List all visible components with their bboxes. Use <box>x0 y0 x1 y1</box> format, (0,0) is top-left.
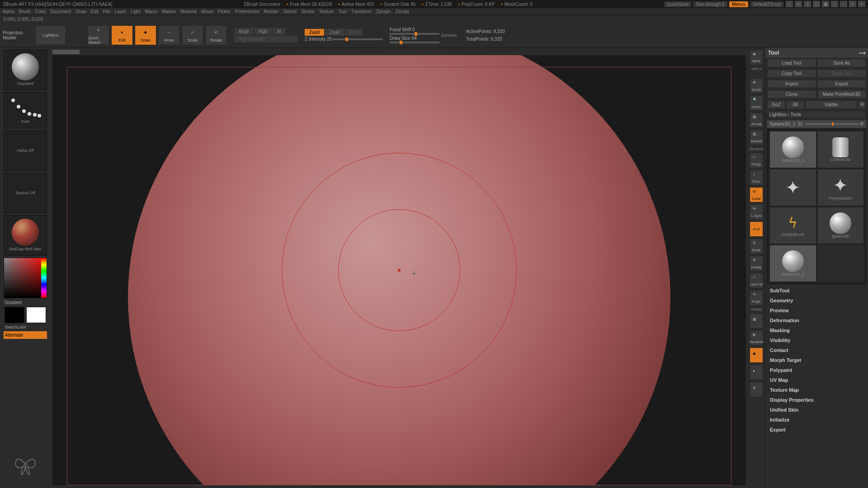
menu-movie[interactable]: Movie <box>201 9 213 14</box>
subpanel-visibility[interactable]: Visibility <box>767 336 866 345</box>
alpha-slot[interactable]: Alpha Off <box>4 130 47 171</box>
subpanel-deformation[interactable]: Deformation <box>767 316 866 325</box>
zcut-button[interactable]: Zcut <box>345 29 363 36</box>
brush-slot[interactable]: Standard <box>4 50 47 90</box>
tool-item-simplebrush[interactable]: ϟSimpleBrush <box>769 207 816 244</box>
defaultzscript-button[interactable]: DefaultZScript <box>750 1 784 7</box>
spix-label[interactable]: SPix 3 <box>751 67 761 71</box>
actual-button[interactable]: ▦Actual <box>750 113 763 128</box>
load-tool-button[interactable]: Load Tool <box>767 59 816 67</box>
menu-tool[interactable]: Tool <box>338 9 346 14</box>
scroll-button[interactable]: ✥Scroll <box>750 78 763 94</box>
floor-button[interactable]: ⊥Floor <box>750 170 763 185</box>
layout3-icon[interactable]: ▢ <box>813 1 820 7</box>
menu-zscript[interactable]: Zscript <box>395 9 409 14</box>
subpanel-displayprops[interactable]: Display Properties <box>767 395 866 404</box>
make-polymesh-button[interactable]: Make PolyMesh3D <box>817 90 867 99</box>
tool-item-polymesh3d[interactable]: ✦PolyMesh3D <box>817 169 864 206</box>
subpanel-morphtarget[interactable]: Morph Target <box>767 356 866 365</box>
rgb-intensity-slider[interactable]: Rgb Intensity <box>234 36 297 42</box>
frame-button[interactable]: ⊡Scale <box>750 239 763 254</box>
menu-texture[interactable]: Texture <box>319 9 334 14</box>
menu-marker[interactable]: Marker <box>162 9 176 14</box>
menu-material[interactable]: Material <box>181 9 197 14</box>
rotate-button[interactable]: ⟲ Rotate <box>205 25 227 45</box>
alternate-button[interactable]: Alternate <box>4 331 47 339</box>
clone-button[interactable]: Clone <box>767 90 816 99</box>
focal-shift-slider[interactable] <box>390 33 439 35</box>
subpanel-subtool[interactable]: SubTool <box>767 286 866 295</box>
subpanel-export[interactable]: Export <box>767 425 866 434</box>
hue-strip[interactable] <box>41 258 47 298</box>
aahalf-button[interactable]: ▨AAHalf <box>750 130 763 145</box>
material-slot[interactable]: MatCap Red Wax <box>4 215 47 256</box>
panel-collapse-icon[interactable]: ⟶ <box>859 51 865 56</box>
current-tool-slider[interactable]: Sphere3D_1. 31 R <box>767 120 866 128</box>
ghost-button[interactable]: ◉ <box>750 347 763 363</box>
lightbox-tools-button[interactable]: Lightbox › Tools <box>767 111 866 118</box>
home-icon[interactable]: ⌂ <box>786 1 793 7</box>
z-intensity-slider[interactable] <box>333 38 382 40</box>
color-picker[interactable] <box>4 258 47 298</box>
quicksketch-button[interactable]: ✎ Quick Sketch <box>88 25 109 45</box>
menu-draw[interactable]: Draw <box>75 9 86 14</box>
mrgb-button[interactable]: Mrgb <box>234 28 254 35</box>
rotate-nav-button[interactable]: ⟲PolyF <box>750 290 763 305</box>
solo-button[interactable]: ● <box>750 365 763 380</box>
subpanel-texturemap[interactable]: Texture Map <box>767 385 866 394</box>
menu-render[interactable]: Render <box>264 9 279 14</box>
scale-nav-button[interactable]: ⤢Line Fill <box>750 273 763 288</box>
menu-macro[interactable]: Macro <box>145 9 158 14</box>
menu-layer[interactable]: Layer <box>115 9 126 14</box>
gradient-label[interactable]: Gradient <box>2 300 22 305</box>
stroke-slot[interactable]: Dots <box>4 92 47 128</box>
subpanel-contact[interactable]: Contact <box>767 346 866 355</box>
import-button[interactable]: Import <box>767 80 816 88</box>
zoom-button[interactable]: 🔍Zoom <box>750 95 763 111</box>
goz-visible-button[interactable]: Visible <box>805 100 857 109</box>
tool-item-cylinder3d[interactable]: Cylinder3D <box>817 131 864 168</box>
polyf-button[interactable]: ▦ <box>750 313 763 328</box>
draw-size-label[interactable]: Draw Size 64 <box>390 36 416 41</box>
save-as-button[interactable]: Save As <box>817 59 867 67</box>
menu-brush[interactable]: Brush <box>19 9 31 14</box>
xpose-button[interactable]: ⊞ <box>750 382 763 397</box>
zsub-button[interactable]: Zsub <box>325 29 344 36</box>
minimize-icon[interactable]: − <box>840 1 847 7</box>
subpanel-geometry[interactable]: Geometry <box>767 296 866 305</box>
menu-file[interactable]: File <box>103 9 110 14</box>
hide-icon[interactable]: _ <box>831 1 838 7</box>
projection-master-button[interactable]: Projection Master <box>3 25 33 45</box>
menu-stencil[interactable]: Stencil <box>283 9 297 14</box>
subpanel-initialize[interactable]: Initialize <box>767 415 866 424</box>
draw-button[interactable]: ✚ Draw <box>135 25 156 45</box>
menus-button[interactable]: Menus <box>729 1 748 7</box>
goz-button[interactable]: GoZ <box>767 100 785 109</box>
lightbox-button[interactable]: LightBox <box>35 25 66 45</box>
menu-document[interactable]: Document <box>51 9 71 14</box>
float-icon[interactable]: ▣ <box>822 1 829 7</box>
rgb-button[interactable]: Rgb <box>255 28 272 35</box>
menu-alpha[interactable]: Alpha <box>3 9 14 14</box>
copy-tool-button[interactable]: Copy Tool <box>767 69 816 78</box>
tool-panel-header[interactable]: Tool ⟶ <box>765 48 868 58</box>
primary-color-swatch[interactable] <box>26 307 46 323</box>
subpanel-uvmap[interactable]: UV Map <box>767 375 866 385</box>
goz-all-button[interactable]: All <box>786 100 804 109</box>
tool-item-sphere3d[interactable]: Sphere3D <box>817 207 864 244</box>
goz-r-button[interactable]: R <box>858 100 866 109</box>
transp-button[interactable]: ◐Dynamic <box>750 330 763 346</box>
xyz-button[interactable]: XYZ <box>750 221 763 237</box>
edit-button[interactable]: ✦ Edit <box>111 25 133 45</box>
quicksave-button[interactable]: QuickSave <box>664 1 691 7</box>
subpanel-masking[interactable]: Masking <box>767 326 866 335</box>
tool-item-sphere3d-1[interactable]: Sphere3D_1 <box>769 131 816 168</box>
layout1-icon[interactable]: ▭ <box>795 1 802 7</box>
export-button[interactable]: Export <box>817 80 867 88</box>
canvas-tab[interactable] <box>52 50 80 54</box>
menu-edit[interactable]: Edit <box>91 9 99 14</box>
layout2-icon[interactable]: ▯ <box>804 1 811 7</box>
paste-tool-button[interactable]: Paste Tool <box>817 69 867 78</box>
texture-slot[interactable]: Texture Off <box>4 173 47 213</box>
bpr-button[interactable]: ◉BPR <box>750 50 763 65</box>
